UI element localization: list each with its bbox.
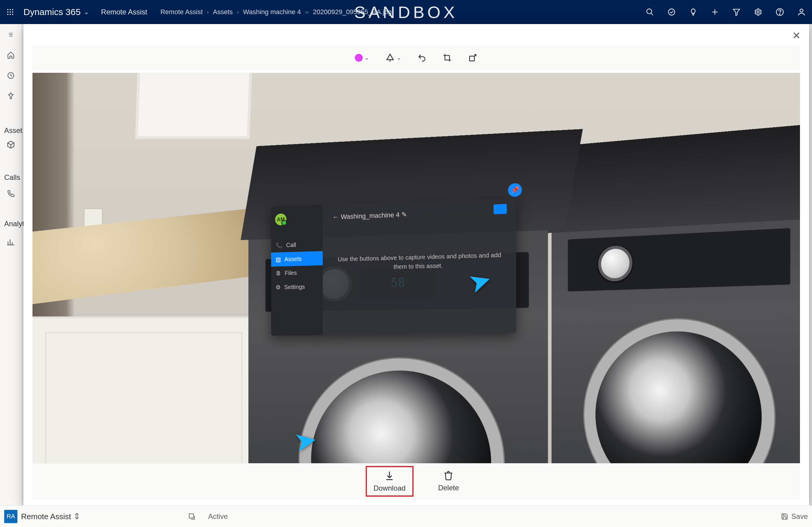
app-topbar: Dynamics 365 ⌄ Remote Assist Remote Assi… (0, 0, 812, 24)
close-icon[interactable]: ✕ (792, 29, 801, 42)
chevron-down-icon: ⌄ (397, 55, 401, 61)
delete-label: Delete (438, 484, 459, 492)
recent-icon[interactable] (6, 70, 16, 81)
sandbox-watermark: SANDBOX (354, 2, 458, 22)
crop-button[interactable] (443, 53, 452, 62)
svg-point-18 (800, 9, 803, 12)
search-icon[interactable] (645, 7, 655, 17)
color-swatch-icon (355, 54, 363, 62)
assets-icon[interactable] (6, 140, 16, 150)
hl-nav-assets: ▧ Assets (271, 251, 323, 267)
pin-icon[interactable] (6, 91, 16, 101)
svg-point-4 (10, 11, 11, 13)
undo-button[interactable] (417, 53, 426, 62)
image-viewer-modal: ✕ ⌄ ⌄ SAMSUNG (24, 24, 809, 505)
app-chip[interactable]: RA (4, 510, 17, 523)
svg-line-10 (651, 13, 653, 15)
download-button[interactable]: Download (366, 467, 413, 496)
hl-nav-settings: ⚙ Settings (271, 279, 323, 295)
svg-point-0 (7, 9, 9, 10)
hl-nav-call: 📞 Call (271, 237, 323, 252)
filter-icon[interactable] (731, 7, 742, 17)
app-launcher-icon[interactable] (5, 7, 15, 17)
image-actions-toolbar: Download Delete (32, 463, 800, 499)
app-subtitle[interactable]: Remote Assist (101, 8, 147, 16)
avatar: AM (275, 213, 287, 225)
nav-section-label: Asset (4, 126, 22, 135)
hamburger-icon[interactable]: ☰ (6, 29, 16, 40)
lightbulb-icon[interactable] (688, 7, 698, 17)
svg-point-2 (12, 9, 13, 10)
chevron-down-icon: ⌄ (364, 55, 369, 61)
left-nav-rail: ☰ (0, 24, 21, 505)
rotate-button[interactable] (468, 53, 478, 62)
photo-lower-cabinet (32, 316, 258, 463)
color-picker-tool[interactable]: ⌄ (355, 54, 369, 62)
chevron-right-icon: › (237, 9, 239, 15)
gear-icon[interactable] (753, 7, 763, 17)
svg-point-17 (780, 14, 780, 14)
svg-point-15 (757, 11, 759, 13)
photo-upper-cabinet (135, 73, 252, 139)
breadcrumb-item[interactable]: Washing machine 4 (243, 8, 301, 16)
popout-icon[interactable] (188, 512, 196, 521)
arrow-annotation-tool[interactable]: ⌄ (385, 53, 401, 62)
image-canvas[interactable]: SAMSUNG SAMSUNG 58 📌 AM 📞 Call ▧ Assets (32, 73, 800, 463)
svg-point-1 (10, 9, 11, 10)
download-label: Download (374, 484, 406, 493)
updown-icon[interactable]: ⇕ (73, 512, 80, 521)
hl-nav-files: 🗎 Files (271, 265, 323, 280)
svg-point-6 (7, 14, 9, 15)
save-button[interactable]: Save (781, 512, 808, 521)
svg-rect-21 (469, 56, 474, 61)
svg-rect-23 (189, 514, 193, 518)
app-title[interactable]: Dynamics 365 (24, 7, 81, 17)
breadcrumb-item[interactable]: Remote Assist (160, 8, 203, 16)
chevron-right-icon: ›› (305, 9, 309, 15)
svg-point-9 (647, 9, 652, 14)
record-status: Active (208, 512, 228, 521)
chevron-down-icon[interactable]: ⌄ (84, 8, 89, 16)
annotation-toolbar: ⌄ ⌄ (32, 46, 800, 70)
profile-icon[interactable] (796, 7, 807, 17)
hl-panel-title: ← Washing_machine 4 ✎ (333, 211, 407, 221)
chevron-right-icon: › (207, 9, 209, 15)
help-icon[interactable] (775, 7, 785, 17)
svg-point-5 (12, 11, 13, 13)
photo-dryer: SAMSUNG (552, 213, 800, 463)
svg-point-7 (10, 14, 11, 15)
delete-button[interactable]: Delete (431, 467, 466, 496)
nav-section-label: Calls (4, 173, 20, 182)
status-bar: RA Remote Assist⇕ Active Save (0, 505, 812, 527)
task-flow-icon[interactable] (666, 7, 677, 17)
add-icon[interactable] (710, 7, 720, 17)
svg-point-3 (7, 11, 9, 13)
analytics-icon[interactable] (6, 237, 16, 247)
svg-point-11 (669, 9, 675, 15)
calls-icon[interactable] (6, 188, 16, 199)
svg-marker-14 (734, 9, 740, 16)
svg-point-8 (12, 14, 13, 15)
app-chip-label[interactable]: Remote Assist⇕ (21, 511, 80, 521)
home-icon[interactable] (6, 50, 16, 60)
hl-panel-badge (494, 204, 507, 214)
breadcrumb-item[interactable]: Assets (213, 8, 233, 16)
